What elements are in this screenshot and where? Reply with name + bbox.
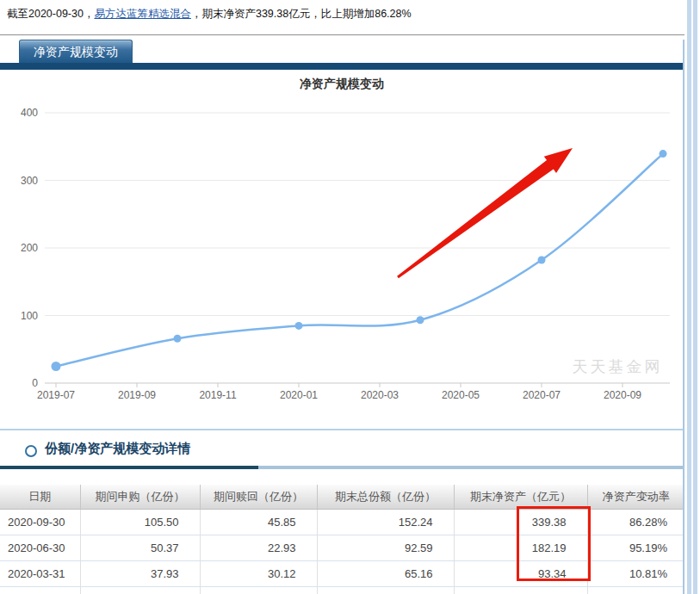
- data-point[interactable]: [660, 150, 667, 158]
- summary-text: ，期末净资产339.38亿元，比上期增加86.28%: [191, 8, 412, 20]
- chart-canvas: 01002003004002019-072019-092019-112020-0…: [0, 69, 685, 430]
- table-row: 2019-12-3126.0016.8857.8484.8425.42%: [0, 587, 685, 594]
- page: 截至2020-09-30，易方达蓝筹精选混合，期末净资产339.38亿元，比上期…: [0, 0, 700, 594]
- x-axis-label: 2019-07: [37, 389, 75, 401]
- x-axis-label: 2020-07: [523, 389, 561, 401]
- cell-date: 2020-09-30: [0, 510, 80, 535]
- cell-value: 339.38: [454, 510, 587, 535]
- data-point[interactable]: [52, 362, 61, 371]
- cell-value: 22.93: [200, 535, 317, 561]
- cell-value: 65.16: [317, 561, 454, 587]
- y-axis-label: 0: [32, 377, 38, 389]
- detail-table: 日期期间申购（亿份）期间赎回（亿份）期末总份额（亿份）期末净资产（亿元）净资产变…: [0, 485, 685, 594]
- cell-value: 26.00: [80, 587, 200, 594]
- x-axis-label: 2019-11: [199, 389, 236, 401]
- cell-value: 84.84: [454, 587, 587, 594]
- scrollbar[interactable]: [687, 0, 691, 594]
- cell-value: 25.42%: [587, 587, 685, 594]
- cell-value: 95.19%: [587, 535, 685, 561]
- data-point[interactable]: [417, 316, 424, 324]
- cell-value: 152.24: [317, 510, 454, 535]
- fund-link[interactable]: 易方达蓝筹精选混合: [94, 8, 191, 20]
- content-right-border: [683, 40, 685, 594]
- column-header: 期末净资产（亿元）: [454, 485, 587, 510]
- section-title: 份额/净资产规模变动详情: [45, 441, 190, 457]
- chart-watermark: 天天基金网: [573, 358, 663, 375]
- trend-arrow-icon: [397, 148, 573, 278]
- column-header: 净资产变动率: [587, 485, 685, 510]
- column-header: 期间申购（亿份）: [80, 485, 200, 510]
- cell-date: 2020-03-31: [0, 561, 80, 587]
- net-asset-line-chart: 01002003004002019-072019-092019-112020-0…: [0, 69, 685, 430]
- cell-value: 182.19: [454, 535, 587, 561]
- cell-value: 86.28%: [587, 510, 685, 535]
- table-row: 2020-03-3137.9330.1265.1693.3410.81%: [0, 561, 685, 587]
- cell-value: 16.88: [200, 587, 317, 594]
- tab-net-asset-scale[interactable]: 净资产规模变动: [19, 40, 133, 64]
- x-axis-label: 2020-01: [280, 389, 318, 401]
- section-underline-accent: [0, 466, 258, 469]
- cell-date: 2020-06-30: [0, 535, 80, 561]
- data-point[interactable]: [295, 322, 303, 330]
- cell-value: 57.84: [317, 587, 454, 594]
- cell-value: 92.59: [317, 535, 454, 561]
- chart-title: 净资产规模变动: [300, 77, 384, 90]
- table-row: 2020-06-3050.3722.9392.59182.1995.19%: [0, 535, 685, 561]
- divider: [0, 34, 685, 35]
- cell-value: 93.34: [454, 561, 587, 587]
- cell-date: 2019-12-31: [0, 587, 80, 594]
- scrollbar-track[interactable]: [693, 0, 697, 594]
- x-axis-label: 2019-09: [118, 389, 156, 401]
- x-axis-label: 2020-09: [604, 389, 641, 401]
- cell-value: 37.93: [80, 561, 200, 587]
- y-axis-label: 400: [21, 107, 38, 119]
- data-point[interactable]: [538, 257, 546, 264]
- table-header-row: 日期期间申购（亿份）期间赎回（亿份）期末总份额（亿份）期末净资产（亿元）净资产变…: [0, 485, 685, 510]
- cell-value: 30.12: [200, 561, 317, 587]
- y-axis-label: 100: [21, 310, 38, 322]
- section-bullet-icon: [25, 445, 37, 457]
- as-of-text: 截至2020-09-30，: [7, 8, 94, 20]
- column-header: 期间赎回（亿份）: [200, 485, 317, 510]
- x-axis-label: 2020-05: [442, 389, 480, 401]
- cell-value: 105.50: [80, 510, 200, 535]
- y-axis-label: 300: [21, 175, 38, 187]
- section-divider: [0, 429, 685, 430]
- cell-value: 10.81%: [587, 561, 685, 587]
- data-point[interactable]: [174, 335, 182, 343]
- table-row: 2020-09-30105.5045.85152.24339.3886.28%: [0, 510, 685, 535]
- column-header: 期末总份额（亿份）: [317, 485, 454, 510]
- series-line: [56, 154, 663, 367]
- tab-label: 净资产规模变动: [34, 45, 118, 60]
- cell-value: 50.37: [80, 535, 200, 561]
- y-axis-label: 200: [21, 242, 38, 254]
- x-axis-label: 2020-03: [361, 389, 399, 401]
- column-header: 日期: [0, 485, 80, 510]
- cell-value: 45.85: [200, 510, 317, 535]
- report-summary: 截至2020-09-30，易方达蓝筹精选混合，期末净资产339.38亿元，比上期…: [7, 7, 412, 22]
